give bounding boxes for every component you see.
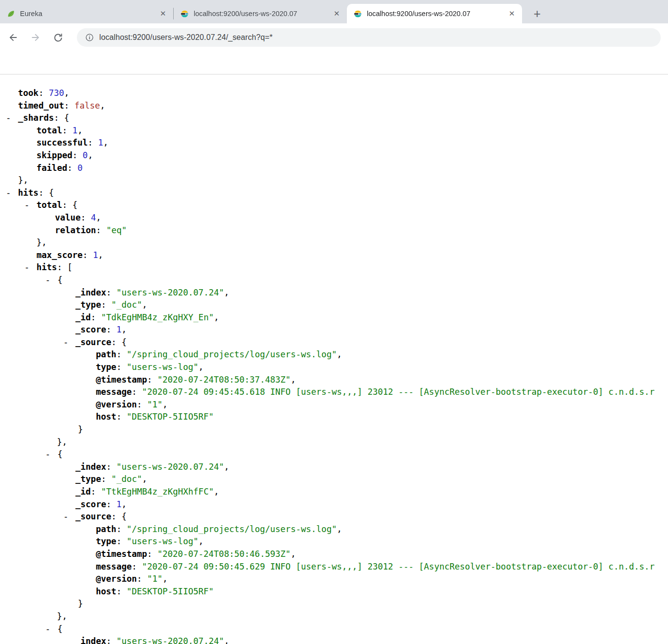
json-punctuation: : [116, 536, 126, 546]
tab-elasticsearch-2-active[interactable]: localhost:9200/users-ws-2020.07 ✕ [347, 4, 522, 23]
json-line: _type: "_doc", [0, 473, 668, 486]
json-key: value [55, 213, 81, 222]
json-line: - total: { [0, 199, 668, 212]
json-key: @version [96, 574, 137, 584]
json-value: "2020-07-24T08:50:37.483Z" [157, 375, 290, 385]
json-value: "TtkEgHMB4z_zKgHXhfFC" [101, 487, 214, 497]
json-key: type [96, 536, 116, 546]
forward-arrow-icon [30, 32, 41, 43]
json-punctuation: : [147, 375, 157, 385]
collapse-toggle-icon[interactable]: - [45, 448, 57, 461]
tab-close-icon[interactable]: ✕ [158, 8, 168, 19]
json-key: type [96, 362, 116, 372]
json-value: "eq" [106, 225, 126, 235]
spring-leaf-icon [7, 10, 15, 18]
json-key: total [36, 200, 62, 210]
json-line: _index: "users-ws-2020.07.24", [0, 287, 668, 299]
collapse-toggle-icon[interactable]: - [45, 623, 57, 636]
json-line: timed_out: false, [0, 100, 668, 112]
json-line: _id: "TtkEgHMB4z_zKgHXhfFC", [0, 486, 668, 498]
json-value: 0 [77, 163, 83, 173]
url-text[interactable]: localhost:9200/users-ws-2020.07.24/_sear… [99, 33, 272, 42]
json-punctuation: : [38, 88, 49, 98]
json-line: @version: "1", [0, 573, 668, 586]
json-punctuation: , [142, 300, 147, 310]
collapse-toggle-icon[interactable]: - [24, 199, 36, 212]
json-punctuation: : [88, 138, 98, 147]
forward-button[interactable] [27, 29, 44, 46]
json-value: 1 [116, 499, 122, 509]
json-line: @version: "1", [0, 399, 668, 411]
json-punctuation: : [54, 113, 64, 123]
json-line: }, [0, 174, 668, 187]
json-value: 730 [49, 88, 64, 98]
collapse-toggle-icon[interactable]: - [6, 187, 18, 200]
address-bar[interactable]: localhost:9200/users-ws-2020.07.24/_sear… [77, 28, 661, 47]
json-punctuation: : [72, 150, 83, 160]
tab-title: localhost:9200/users-ws-2020.07 [194, 10, 331, 18]
site-info-icon[interactable] [85, 33, 94, 42]
json-punctuation: : [91, 487, 101, 497]
tab-title: localhost:9200/users-ws-2020.07 [367, 10, 506, 18]
json-key: _id [75, 487, 91, 497]
json-key: message [96, 387, 132, 397]
json-key: hits [18, 188, 38, 198]
json-punctuation: : [106, 462, 116, 472]
json-key: _score [75, 325, 106, 334]
collapse-toggle-icon[interactable]: - [63, 511, 75, 523]
json-punctuation: : [101, 300, 111, 310]
json-punctuation: , [96, 213, 101, 222]
json-punctuation: : [106, 499, 116, 509]
json-key: total [36, 126, 62, 135]
json-punctuation: : [132, 562, 142, 571]
json-line: _index: "users-ws-2020.07.24", [0, 635, 668, 644]
json-punctuation: , [290, 375, 296, 385]
json-key: path [96, 350, 116, 359]
elasticsearch-icon [181, 10, 189, 18]
json-punctuation: : [116, 362, 126, 372]
tab-eureka[interactable]: Eureka ✕ [0, 4, 173, 23]
tab-elasticsearch-1[interactable]: localhost:9200/users-ws-2020.07 ✕ [174, 4, 347, 23]
json-line: }, [0, 610, 668, 623]
json-punctuation: , [64, 88, 70, 98]
json-key: _id [75, 313, 91, 322]
tab-close-icon[interactable]: ✕ [506, 8, 517, 19]
json-value: "_doc" [111, 474, 142, 484]
json-punctuation: , [199, 362, 204, 372]
collapse-toggle-icon[interactable]: - [24, 261, 36, 274]
json-punctuation: : [116, 587, 126, 596]
json-punctuation: , [142, 474, 147, 484]
json-value: 1 [98, 138, 103, 147]
collapse-toggle-icon[interactable]: - [6, 112, 18, 125]
collapse-toggle-icon[interactable]: - [45, 274, 57, 287]
json-value: "DESKTOP-5IIO5RF" [126, 587, 214, 596]
json-content: took: 730,timed_out: false,- _shards: {t… [0, 74, 668, 644]
json-line: max_score: 1, [0, 249, 668, 262]
json-line: successful: 1, [0, 137, 668, 149]
json-value: "users-ws-2020.07.24" [116, 636, 224, 644]
json-punctuation: , [214, 313, 219, 322]
tab-close-icon[interactable]: ✕ [331, 8, 342, 19]
json-punctuation: , [122, 499, 127, 509]
reload-button[interactable] [50, 29, 66, 46]
json-line: _id: "TdkEgHMB4z_zKgHXY_En", [0, 312, 668, 324]
json-line: @timestamp: "2020-07-24T08:50:37.483Z", [0, 374, 668, 386]
json-line: - { [0, 623, 668, 636]
json-line: - _shards: { [0, 112, 668, 125]
reload-icon [53, 33, 63, 43]
toolbar: localhost:9200/users-ws-2020.07.24/_sear… [0, 23, 668, 52]
json-line: _type: "_doc", [0, 299, 668, 312]
back-button[interactable] [5, 29, 21, 46]
elasticsearch-icon [354, 10, 362, 18]
json-value: 1 [116, 325, 122, 334]
json-punctuation: : [111, 337, 122, 347]
new-tab-button[interactable]: + [530, 6, 544, 21]
collapse-toggle-icon[interactable]: - [63, 336, 75, 349]
json-punctuation: : [83, 250, 93, 260]
json-punctuation: , [337, 524, 342, 534]
json-punctuation: , [290, 549, 296, 559]
json-punctuation: : [106, 288, 116, 297]
json-value: } [78, 424, 83, 434]
json-value: }, [57, 611, 67, 621]
json-line: took: 730, [0, 87, 668, 100]
